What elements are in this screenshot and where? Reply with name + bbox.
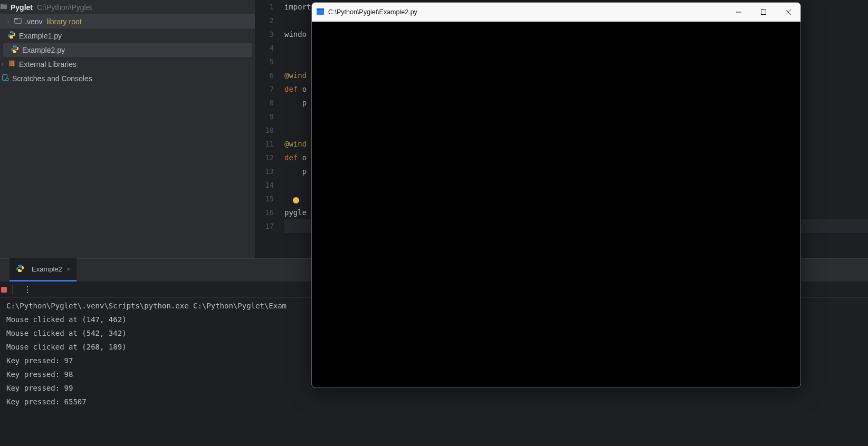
chevron-right-icon: › xyxy=(7,18,13,24)
svg-point-12 xyxy=(6,78,8,81)
app-icon xyxy=(316,7,328,17)
window-titlebar[interactable]: C:\Python\Pyglet\Example2.py xyxy=(312,3,800,22)
folder-icon xyxy=(0,3,11,12)
scratches-consoles[interactable]: Scratches and Consoles xyxy=(0,71,255,85)
more-icon[interactable]: ⋮ xyxy=(18,285,32,295)
project-path: C:\Python\Pyglet xyxy=(37,3,92,12)
window-title: C:\Python\Pyglet\Example2.py xyxy=(328,8,417,16)
svg-rect-10 xyxy=(13,61,15,66)
close-button[interactable] xyxy=(776,3,800,22)
library-icon xyxy=(8,60,19,69)
file-name: Example1.py xyxy=(19,32,62,40)
scratches-label: Scratches and Consoles xyxy=(12,74,92,83)
file-example1[interactable]: Example1.py xyxy=(0,28,255,43)
svg-rect-16 xyxy=(317,8,324,10)
run-tab-label: Example2 xyxy=(32,265,62,273)
pyglet-canvas[interactable] xyxy=(312,22,800,387)
stop-button[interactable] xyxy=(1,287,7,293)
close-icon[interactable]: × xyxy=(66,265,71,273)
intention-bulb-icon[interactable] xyxy=(293,197,299,203)
svg-point-4 xyxy=(10,32,11,32)
external-libraries[interactable]: › External Libraries xyxy=(0,57,255,71)
svg-point-5 xyxy=(12,37,13,37)
project-root[interactable]: Pyglet C:\Python\Pyglet xyxy=(0,0,255,14)
svg-rect-9 xyxy=(11,61,13,66)
python-icon xyxy=(11,45,22,55)
line-gutter: 1234567891011121314151617 xyxy=(255,0,284,258)
console-line: Key pressed: 65507 xyxy=(6,395,868,409)
venv-name: .venv xyxy=(25,17,42,26)
svg-point-13 xyxy=(18,265,19,266)
run-tab-example2[interactable]: Example2 × xyxy=(9,258,77,282)
svg-point-6 xyxy=(13,46,14,46)
venv-label: library root xyxy=(46,17,81,26)
svg-point-14 xyxy=(21,270,21,271)
scratches-icon xyxy=(2,74,12,83)
svg-rect-1 xyxy=(1,4,3,6)
file-name: Example2.py xyxy=(22,46,65,54)
svg-rect-8 xyxy=(9,61,11,66)
svg-point-7 xyxy=(15,51,16,52)
file-example2[interactable]: Example2.py xyxy=(3,43,252,57)
venv-folder[interactable]: › .venv library root xyxy=(0,14,255,28)
folder-icon xyxy=(14,17,25,26)
python-icon xyxy=(7,31,19,41)
chevron-right-icon: › xyxy=(2,61,7,67)
external-libs-label: External Libraries xyxy=(19,60,77,69)
python-icon xyxy=(16,264,27,274)
pyglet-app-window: C:\Python\Pyglet\Example2.py xyxy=(311,2,801,388)
maximize-button[interactable] xyxy=(751,3,776,22)
minimize-button[interactable] xyxy=(726,3,751,22)
project-name: Pyglet xyxy=(11,3,33,12)
svg-rect-18 xyxy=(761,10,766,15)
project-sidebar: Pyglet C:\Python\Pyglet › .venv library … xyxy=(0,0,255,258)
